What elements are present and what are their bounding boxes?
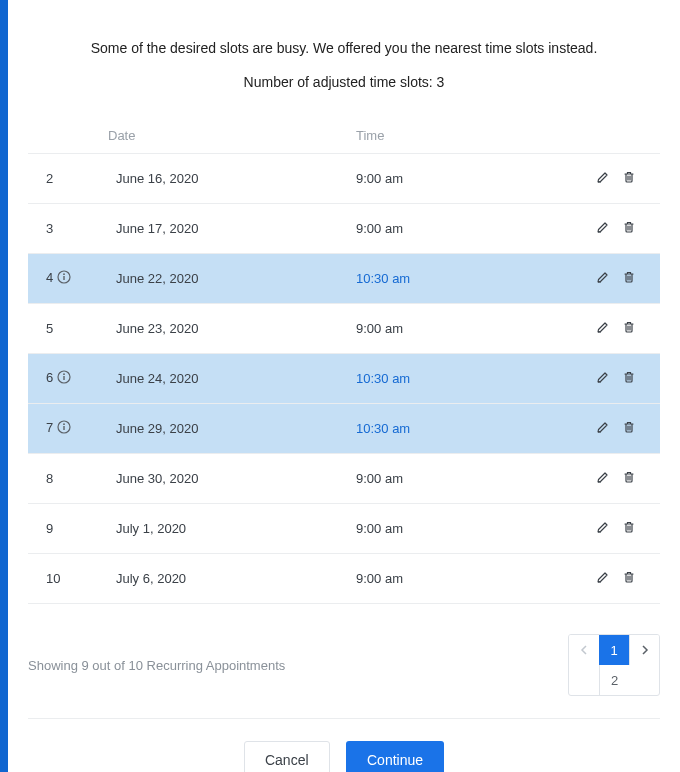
trash-icon — [622, 572, 636, 587]
delete-button[interactable] — [616, 168, 642, 189]
appointments-table: Date Time 2June 16, 20209:00 am3June 17,… — [28, 118, 660, 604]
edit-icon — [596, 322, 610, 337]
edit-icon — [596, 572, 610, 587]
page-next[interactable] — [629, 635, 659, 665]
info-icon — [57, 420, 71, 437]
edit-icon — [596, 422, 610, 437]
row-index: 4 — [28, 254, 108, 304]
row-actions — [528, 154, 660, 204]
chevron-left-icon — [580, 645, 588, 655]
row-time: 9:00 am — [348, 454, 528, 504]
edit-button[interactable] — [590, 518, 616, 539]
row-time: 10:30 am — [348, 404, 528, 454]
edit-button[interactable] — [590, 368, 616, 389]
delete-button[interactable] — [616, 268, 642, 289]
delete-button[interactable] — [616, 568, 642, 589]
trash-icon — [622, 172, 636, 187]
svg-rect-2 — [64, 276, 65, 280]
edit-button[interactable] — [590, 468, 616, 489]
table-row: 5June 23, 20209:00 am — [28, 304, 660, 354]
row-time: 10:30 am — [348, 254, 528, 304]
dialog-content: Some of the desired slots are busy. We o… — [8, 0, 680, 772]
edit-button[interactable] — [590, 318, 616, 339]
row-date: June 23, 2020 — [108, 304, 348, 354]
row-index: 2 — [28, 154, 108, 204]
edit-icon — [596, 372, 610, 387]
table-row: 3June 17, 20209:00 am — [28, 204, 660, 254]
page-prev[interactable] — [569, 635, 599, 665]
col-time-header: Time — [348, 118, 528, 154]
delete-button[interactable] — [616, 418, 642, 439]
trash-icon — [622, 522, 636, 537]
row-index: 6 — [28, 354, 108, 404]
chevron-right-icon — [641, 645, 649, 655]
delete-button[interactable] — [616, 368, 642, 389]
delete-button[interactable] — [616, 218, 642, 239]
trash-icon — [622, 422, 636, 437]
table-row: 4June 22, 202010:30 am — [28, 254, 660, 304]
row-actions — [528, 354, 660, 404]
row-date: June 30, 2020 — [108, 454, 348, 504]
row-date: June 17, 2020 — [108, 204, 348, 254]
edit-icon — [596, 522, 610, 537]
row-time: 9:00 am — [348, 154, 528, 204]
row-index: 8 — [28, 454, 108, 504]
table-row: 10July 6, 20209:00 am — [28, 554, 660, 604]
row-index: 9 — [28, 504, 108, 554]
page-1[interactable]: 1 — [599, 635, 629, 665]
svg-point-4 — [63, 373, 65, 375]
edit-icon — [596, 222, 610, 237]
trash-icon — [622, 472, 636, 487]
adjusted-count: Number of adjusted time slots: 3 — [28, 74, 660, 90]
continue-button[interactable]: Continue — [346, 741, 444, 772]
svg-point-7 — [63, 423, 65, 425]
row-date: July 6, 2020 — [108, 554, 348, 604]
delete-button[interactable] — [616, 318, 642, 339]
edit-icon — [596, 172, 610, 187]
table-row: 6June 24, 202010:30 am — [28, 354, 660, 404]
delete-button[interactable] — [616, 468, 642, 489]
row-actions — [528, 554, 660, 604]
table-row: 9July 1, 20209:00 am — [28, 504, 660, 554]
row-date: June 29, 2020 — [108, 404, 348, 454]
row-index: 7 — [28, 404, 108, 454]
row-date: June 16, 2020 — [108, 154, 348, 204]
row-index: 10 — [28, 554, 108, 604]
page-2[interactable]: 2 — [599, 665, 629, 695]
row-time: 9:00 am — [348, 504, 528, 554]
row-time: 9:00 am — [348, 304, 528, 354]
edit-icon — [596, 472, 610, 487]
trash-icon — [622, 222, 636, 237]
edit-button[interactable] — [590, 568, 616, 589]
edit-button[interactable] — [590, 418, 616, 439]
col-date-header: Date — [108, 118, 348, 154]
trash-icon — [622, 372, 636, 387]
row-time: 10:30 am — [348, 354, 528, 404]
trash-icon — [622, 272, 636, 287]
edit-button[interactable] — [590, 218, 616, 239]
row-time: 9:00 am — [348, 204, 528, 254]
row-actions — [528, 504, 660, 554]
svg-rect-5 — [64, 376, 65, 380]
table-row: 2June 16, 20209:00 am — [28, 154, 660, 204]
table-row: 7June 29, 202010:30 am — [28, 404, 660, 454]
busy-slots-message: Some of the desired slots are busy. We o… — [28, 40, 660, 56]
table-row: 8June 30, 20209:00 am — [28, 454, 660, 504]
row-time: 9:00 am — [348, 554, 528, 604]
edit-button[interactable] — [590, 268, 616, 289]
row-actions — [528, 204, 660, 254]
row-date: June 22, 2020 — [108, 254, 348, 304]
row-index: 5 — [28, 304, 108, 354]
showing-text: Showing 9 out of 10 Recurring Appointmen… — [28, 658, 285, 673]
accent-bar — [0, 0, 8, 772]
cancel-button[interactable]: Cancel — [244, 741, 330, 772]
row-date: July 1, 2020 — [108, 504, 348, 554]
pagination: 12 — [568, 634, 660, 696]
col-actions-header — [528, 118, 660, 154]
row-date: June 24, 2020 — [108, 354, 348, 404]
row-actions — [528, 304, 660, 354]
col-index-header — [28, 118, 108, 154]
edit-button[interactable] — [590, 168, 616, 189]
row-index: 3 — [28, 204, 108, 254]
delete-button[interactable] — [616, 518, 642, 539]
